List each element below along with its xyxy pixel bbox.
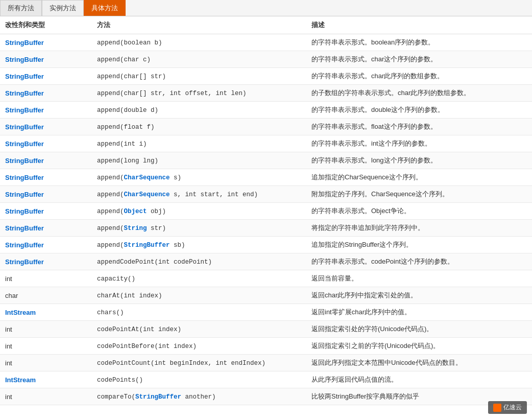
table-row: StringBufferappend(char c)的字符串表示形式。char这…	[0, 51, 532, 68]
cell-desc-12: 追加指定的StringBuffer这个序列。	[306, 237, 532, 253]
cell-method-10: append(Object obj)	[92, 203, 306, 220]
table-row: intcodePointBefore(int index)返回指定索引之前的字符…	[0, 338, 532, 355]
type-link-5[interactable]: StringBuffer	[5, 123, 44, 131]
type-link-16[interactable]: IntStream	[5, 309, 36, 316]
cell-desc-16: 返回int零扩展char此序列中的值。	[306, 304, 532, 321]
cell-type-1[interactable]: StringBuffer	[0, 51, 92, 68]
cell-type-14: int	[0, 270, 92, 287]
cell-type-21: int	[0, 388, 92, 405]
cell-method-21: compareTo(StringBuffer another)	[92, 388, 306, 405]
cell-desc-11: 将指定的字符串追加到此字符序列中。	[306, 220, 532, 237]
table-row: StringBufferappend(char[] str, int offse…	[0, 85, 532, 102]
cell-type-5[interactable]: StringBuffer	[0, 119, 92, 135]
table-row: IntStreamchars()返回int零扩展char此序列中的值。	[0, 304, 532, 321]
cell-desc-3: 的子数组的字符串表示形式。char此序列的数组参数。	[306, 85, 532, 102]
cell-method-8: append(CharSequence s)	[92, 169, 306, 186]
table-row: StringBufferappend(long lng)的字符串表示形式。lon…	[0, 152, 532, 169]
cell-desc-15: 返回char此序列中指定索引处的值。	[306, 287, 532, 304]
cell-desc-4: 的字符串表示形式。double这个序列的参数。	[306, 102, 532, 119]
type-link-0[interactable]: StringBuffer	[5, 39, 44, 46]
col-header-2: 描述	[306, 16, 532, 34]
type-link-11[interactable]: StringBuffer	[5, 224, 44, 232]
cell-type-8[interactable]: StringBuffer	[0, 169, 92, 186]
table-row: charcharAt(int index)返回char此序列中指定索引处的值。	[0, 287, 532, 304]
cell-method-5: append(float f)	[92, 119, 306, 135]
tab-2[interactable]: 具体方法	[84, 0, 126, 16]
table-body: StringBufferappend(boolean b)的字符串表示形式。bo…	[0, 34, 532, 405]
table-header-row: 改性剂和类型方法描述	[0, 16, 532, 34]
cell-type-6[interactable]: StringBuffer	[0, 135, 92, 152]
watermark: 亿速云	[488, 401, 527, 405]
cell-type-10[interactable]: StringBuffer	[0, 203, 92, 220]
cell-method-17: codePointAt(int index)	[92, 321, 306, 338]
tab-0[interactable]: 所有方法	[0, 0, 42, 16]
tab-bar: 所有方法实例方法具体方法	[0, 0, 532, 16]
col-header-1: 方法	[92, 16, 306, 34]
type-link-6[interactable]: StringBuffer	[5, 140, 44, 148]
cell-type-9[interactable]: StringBuffer	[0, 186, 92, 203]
type-link-13[interactable]: StringBuffer	[5, 258, 44, 266]
cell-type-4[interactable]: StringBuffer	[0, 102, 92, 119]
cell-type-18: int	[0, 338, 92, 355]
cell-type-20[interactable]: IntStream	[0, 371, 92, 388]
cell-method-11: append(String str)	[92, 220, 306, 237]
cell-method-14: capacity()	[92, 270, 306, 287]
cell-desc-7: 的字符串表示形式。long这个序列的参数。	[306, 152, 532, 169]
tab-1[interactable]: 实例方法	[42, 0, 84, 16]
cell-desc-6: 的字符串表示形式。int这个序列的参数。	[306, 135, 532, 152]
table-row: StringBufferappend(double d)的字符串表示形式。dou…	[0, 102, 532, 119]
type-link-20[interactable]: IntStream	[5, 376, 36, 384]
table-row: StringBufferappend(boolean b)的字符串表示形式。bo…	[0, 34, 532, 51]
cell-type-19: int	[0, 355, 92, 371]
col-header-0: 改性剂和类型	[0, 16, 92, 34]
type-link-1[interactable]: StringBuffer	[5, 56, 44, 63]
cell-type-17: int	[0, 321, 92, 338]
cell-desc-0: 的字符串表示形式。boolean序列的参数。	[306, 34, 532, 51]
cell-method-13: appendCodePoint(int codePoint)	[92, 253, 306, 270]
cell-method-1: append(char c)	[92, 51, 306, 68]
cell-method-7: append(long lng)	[92, 152, 306, 169]
cell-type-16[interactable]: IntStream	[0, 304, 92, 321]
cell-desc-19: 返回此序列指定文本范围中Unicode代码点的数目。	[306, 355, 532, 371]
cell-type-12[interactable]: StringBuffer	[0, 237, 92, 253]
type-link-7[interactable]: StringBuffer	[5, 157, 44, 165]
cell-type-15: char	[0, 287, 92, 304]
cell-method-19: codePointCount(int beginIndex, int endIn…	[92, 355, 306, 371]
type-link-4[interactable]: StringBuffer	[5, 106, 44, 114]
table-row: intcodePointCount(int beginIndex, int en…	[0, 355, 532, 371]
table-row: intcodePointAt(int index)返回指定索引处的字符(Unic…	[0, 321, 532, 338]
cell-desc-18: 返回指定索引之前的字符(Unicode代码点)。	[306, 338, 532, 355]
cell-type-0[interactable]: StringBuffer	[0, 34, 92, 51]
watermark-icon	[493, 404, 501, 406]
type-link-2[interactable]: StringBuffer	[5, 73, 44, 80]
table-row: StringBufferappend(StringBuffer sb)追加指定的…	[0, 237, 532, 253]
table-row: StringBufferappend(Object obj)的字符串表示形式。O…	[0, 203, 532, 220]
type-link-8[interactable]: StringBuffer	[5, 174, 44, 181]
table-row: StringBufferappend(String str)将指定的字符串追加到…	[0, 220, 532, 237]
cell-method-4: append(double d)	[92, 102, 306, 119]
table-row: IntStreamcodePoints()从此序列返回代码点值的流。	[0, 371, 532, 388]
table-row: StringBufferappend(float f)的字符串表示形式。floa…	[0, 119, 532, 135]
cell-type-2[interactable]: StringBuffer	[0, 68, 92, 85]
table-row: intcapacity()返回当前容量。	[0, 270, 532, 287]
cell-type-3[interactable]: StringBuffer	[0, 85, 92, 102]
cell-desc-5: 的字符串表示形式。float这个序列的参数。	[306, 119, 532, 135]
cell-type-7[interactable]: StringBuffer	[0, 152, 92, 169]
cell-desc-8: 追加指定的CharSequence这个序列。	[306, 169, 532, 186]
cell-desc-1: 的字符串表示形式。char这个序列的参数。	[306, 51, 532, 68]
cell-type-11[interactable]: StringBuffer	[0, 220, 92, 237]
table-row: StringBufferappendCodePoint(int codePoin…	[0, 253, 532, 270]
watermark-text: 亿速云	[503, 403, 522, 405]
cell-method-0: append(boolean b)	[92, 34, 306, 51]
method-table: 改性剂和类型方法描述 StringBufferappend(boolean b)…	[0, 16, 532, 405]
type-link-3[interactable]: StringBuffer	[5, 89, 44, 97]
cell-type-13[interactable]: StringBuffer	[0, 253, 92, 270]
type-link-9[interactable]: StringBuffer	[5, 191, 44, 198]
table-row: StringBufferappend(char[] str)的字符串表示形式。c…	[0, 68, 532, 85]
type-link-12[interactable]: StringBuffer	[5, 241, 44, 249]
cell-desc-14: 返回当前容量。	[306, 270, 532, 287]
cell-method-3: append(char[] str, int offset, int len)	[92, 85, 306, 102]
cell-method-2: append(char[] str)	[92, 68, 306, 85]
type-link-10[interactable]: StringBuffer	[5, 207, 44, 215]
table-row: StringBufferappend(int i)的字符串表示形式。int这个序…	[0, 135, 532, 152]
